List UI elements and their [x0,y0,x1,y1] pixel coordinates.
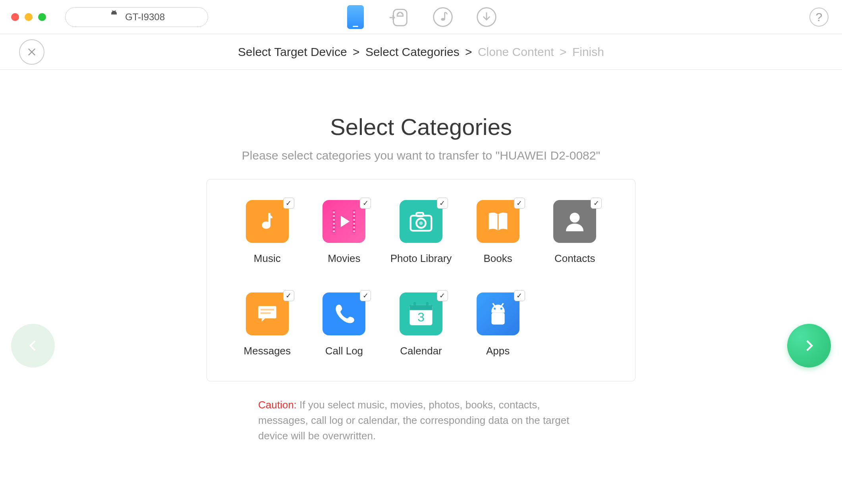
subheader: Select Target Device > Select Categories… [0,34,842,70]
apps-tile: ✓ [477,292,519,335]
svg-point-4 [441,18,445,21]
svg-point-3 [434,8,452,26]
chevron-right-icon [801,337,817,354]
svg-point-6 [262,223,270,229]
svg-point-24 [419,221,423,225]
svg-rect-8 [353,210,355,233]
category-apps[interactable]: ✓ Apps [462,292,535,357]
prev-button[interactable] [11,324,55,367]
breadcrumb-step-3: Clone Content [478,45,554,58]
question-icon: ? [816,10,823,24]
svg-rect-14 [333,230,335,232]
category-contacts[interactable]: ✓ Contacts [538,200,611,265]
messages-tile: ✓ [246,292,289,335]
checkbox-icon[interactable]: ✓ [360,290,371,301]
help-button[interactable]: ? [809,8,828,27]
person-icon [562,208,588,235]
mode-to-android-button[interactable] [387,5,411,29]
main-content: Select Categories Please select categori… [0,70,842,444]
svg-rect-31 [413,302,416,307]
svg-point-35 [494,308,496,310]
books-tile: ✓ [477,200,519,243]
category-label: Contacts [554,252,595,265]
window-minimize-button[interactable] [25,13,33,21]
mode-music-button[interactable] [431,5,455,29]
caution-text: Caution: If you select music, movies, ph… [258,397,584,444]
breadcrumb-sep: > [353,45,360,58]
android-icon [482,298,514,330]
category-label: Calendar [400,345,442,357]
camera-icon [407,208,435,235]
checkbox-icon[interactable]: ✓ [437,198,448,209]
svg-point-2 [401,13,402,14]
category-call-log[interactable]: ✓ Call Log [308,292,381,357]
svg-line-38 [501,303,503,306]
category-label: Apps [486,345,510,357]
svg-rect-27 [261,309,274,310]
movies-icon [329,206,359,237]
svg-point-25 [570,213,580,223]
breadcrumb-sep: > [560,45,567,58]
checkbox-icon[interactable]: ✓ [437,290,448,301]
breadcrumb-step-2: Select Categories [365,45,460,58]
category-movies[interactable]: ✓ Movies [308,200,381,265]
svg-rect-10 [333,215,335,217]
calendar-icon: 3 [406,299,436,329]
checkbox-icon[interactable]: ✓ [514,198,525,209]
svg-rect-30 [409,305,432,310]
category-panel: ✓ Music ✓ Movies [207,179,635,381]
movies-tile: ✓ [323,200,365,243]
checkbox-icon[interactable]: ✓ [283,198,294,209]
calendar-tile: 3 ✓ [400,292,442,335]
category-label: Photo Library [390,252,452,265]
svg-rect-16 [353,215,355,217]
category-photo-library[interactable]: ✓ Photo Library [384,200,458,265]
checkbox-icon[interactable]: ✓ [283,290,294,301]
svg-rect-7 [333,210,335,233]
svg-rect-28 [261,312,271,314]
device-selector[interactable]: GT-I9308 [65,7,208,27]
svg-rect-18 [353,223,355,225]
mode-switcher [344,5,498,29]
breadcrumb: Select Target Device > Select Categories… [238,45,604,59]
category-books[interactable]: ✓ Books [462,200,535,265]
category-messages[interactable]: ✓ Messages [231,292,304,357]
svg-rect-19 [353,227,355,229]
breadcrumb-step-1: Select Target Device [238,45,347,58]
svg-text:3: 3 [417,310,425,324]
checkbox-icon[interactable]: ✓ [514,290,525,301]
titlebar: GT-I9308 ? [0,0,842,34]
svg-rect-12 [333,223,335,225]
mode-device-button[interactable] [344,5,367,29]
category-calendar[interactable]: 3 ✓ Calendar [384,292,458,357]
category-label: Books [483,252,512,265]
close-button[interactable] [19,39,44,65]
window-close-button[interactable] [11,13,19,21]
svg-rect-11 [333,219,335,221]
music-icon [255,209,280,234]
page-title: Select Categories [330,113,512,140]
category-label: Messages [244,345,291,357]
window-zoom-button[interactable] [38,13,46,21]
caution-label: Caution: [258,399,297,411]
next-button[interactable] [787,324,831,367]
contacts-tile: ✓ [553,200,596,243]
music-tile: ✓ [246,200,289,243]
mode-download-button[interactable] [475,5,498,29]
checkbox-icon[interactable]: ✓ [360,198,371,209]
chevron-left-icon [25,338,41,354]
phone-icon [347,5,364,29]
close-icon [26,46,37,58]
svg-point-1 [398,13,399,14]
svg-line-37 [492,303,494,306]
breadcrumb-sep: > [465,45,472,58]
category-label: Movies [328,252,360,265]
book-icon [484,208,512,235]
checkbox-icon[interactable]: ✓ [591,198,602,209]
svg-rect-15 [353,212,355,214]
page-subtitle: Please select categories you want to tra… [242,149,600,162]
message-icon [254,300,281,327]
traffic-lights [11,13,46,21]
caution-body: If you select music, movies, photos, boo… [258,399,569,442]
category-music[interactable]: ✓ Music [231,200,304,265]
